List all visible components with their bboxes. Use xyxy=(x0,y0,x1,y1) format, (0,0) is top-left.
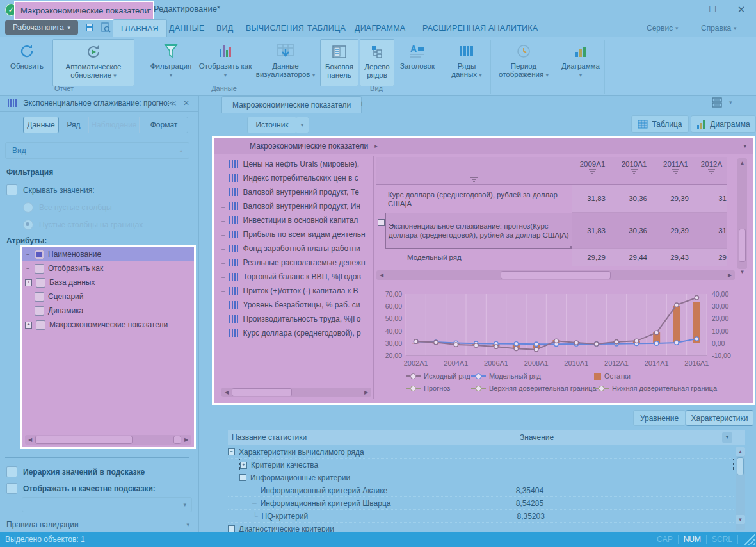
attribute-checkbox[interactable] xyxy=(36,320,45,330)
attribute-item[interactable]: – Наименование xyxy=(22,247,194,261)
attributes-hscrollbar[interactable]: ◀ ▶ xyxy=(25,435,191,445)
tooltip-checkbox[interactable] xyxy=(6,483,17,494)
series-list-item[interactable]: –Приток (+)/отток (-) капитала к В xyxy=(221,284,371,298)
minimize-icon[interactable]: — xyxy=(671,3,690,17)
close-icon[interactable]: ✕ xyxy=(732,3,751,17)
attribute-checkbox[interactable] xyxy=(36,278,45,288)
workbook-button[interactable]: Рабочая книга▾ xyxy=(5,20,78,35)
grid-vscrollbar[interactable]: ▲ ▼ xyxy=(737,158,747,269)
grid-value-cell[interactable]: 30,36 xyxy=(613,185,655,213)
filter-icon[interactable] xyxy=(631,169,638,174)
expand-plus-icon[interactable]: + xyxy=(240,462,247,469)
chart-ribbon-button[interactable]: Диаграмма▾ xyxy=(559,39,602,85)
scroll-right-icon[interactable]: ▶ xyxy=(361,388,371,397)
attribute-checkbox[interactable] xyxy=(35,306,44,316)
attribute-checkbox[interactable] xyxy=(35,292,44,302)
series-list-item[interactable]: –Индекс потребительских цен в с xyxy=(221,171,371,185)
collapse-panel-icon[interactable]: ≪ xyxy=(169,99,183,108)
doc-tab[interactable]: Макроэкономические показатели xyxy=(221,96,362,113)
grid-value-cell[interactable]: 31 xyxy=(696,185,727,213)
collapse-minus-icon[interactable]: − xyxy=(378,217,384,224)
stats-row focused[interactable]: +Критерии качества xyxy=(239,459,734,471)
grid-value-cell[interactable]: 29,44 xyxy=(613,249,655,266)
grid-col-header[interactable]: 2009A1 xyxy=(572,157,613,185)
attribute-checkbox[interactable] xyxy=(35,250,44,259)
expand-plus-icon[interactable]: + xyxy=(25,279,32,286)
close-panel-icon[interactable]: ✕ xyxy=(183,99,198,108)
nav-tab-diagramma[interactable]: ДИАГРАММА xyxy=(347,19,413,37)
grid-col-header[interactable]: 2011A1 xyxy=(655,157,696,185)
attribute-item[interactable]: – Отобразить как xyxy=(22,261,194,275)
tab-format[interactable]: Формат xyxy=(140,117,188,133)
series-list-item[interactable]: –Реальные располагаемые денежн xyxy=(221,256,371,270)
scroll-left-icon[interactable]: ◀ xyxy=(376,270,387,280)
series-list-hscrollbar[interactable]: ◀ ▶ xyxy=(221,388,371,397)
maximize-icon[interactable]: ☐ xyxy=(703,3,722,17)
scrollbar-thumb[interactable] xyxy=(737,457,744,475)
nav-tab-rasshirennaya-analitika[interactable]: РАСШИРЕННАЯ АНАЛИТИКА xyxy=(415,19,545,37)
series-list-item[interactable]: –Валовой внутренний продукт, Те xyxy=(221,185,371,199)
legend-item[interactable]: Остатки xyxy=(594,372,752,380)
series-list-item[interactable]: –Валовой внутренний продукт, Ин xyxy=(221,199,371,213)
grid-value-cell[interactable]: 30,36 xyxy=(613,213,655,249)
legend-item[interactable]: Прогноз xyxy=(406,384,471,392)
source-button[interactable]: Источник xyxy=(247,117,297,133)
stats-vscrollbar[interactable]: ▲ ▼ xyxy=(736,447,745,530)
stats-row[interactable]: –Информационный критерий Акаике8,35404 xyxy=(228,484,734,497)
hierarchy-checkbox[interactable] xyxy=(6,466,17,477)
grid-row-name[interactable]: Курс доллара (среднегодовой), рублей за … xyxy=(388,185,572,213)
display-as-button[interactable]: Отобразить как ▾ xyxy=(198,39,252,85)
service-menu[interactable]: Сервис▾ xyxy=(647,19,679,37)
grid-row-name selected[interactable]: Экспоненциальное сглаживание: прогноз(Ку… xyxy=(385,213,572,249)
collapse-minus-icon[interactable]: − xyxy=(228,448,235,455)
series-list-item[interactable]: –Курс доллара (среднегодовой), р xyxy=(221,326,371,340)
collapse-minus-icon[interactable]: − xyxy=(239,474,246,481)
scrollbar-thumb[interactable] xyxy=(232,388,292,396)
filtering-button[interactable]: Фильтрация▾ xyxy=(146,39,196,85)
save-icon[interactable] xyxy=(82,20,97,35)
grid-row-name[interactable]: Модельный ряд xyxy=(407,249,572,266)
scrollbar-thumb[interactable] xyxy=(35,436,133,444)
expand-plus-icon[interactable]: + xyxy=(25,322,32,329)
attribute-item[interactable]: – Сценарий xyxy=(22,290,194,304)
filter-icon[interactable] xyxy=(589,169,596,174)
chevron-down-icon[interactable]: ▾ xyxy=(743,143,746,149)
scroll-left-icon[interactable]: ◀ xyxy=(221,388,232,397)
nav-tab-vid[interactable]: ВИД xyxy=(209,19,241,37)
series-list-item[interactable]: –Уровень безработицы, % раб. си xyxy=(221,298,371,312)
attribute-item[interactable]: + База данных xyxy=(22,275,194,290)
data-series-button[interactable]: Ряды данных ▾ xyxy=(446,39,488,85)
series-list-item[interactable]: –Прибыль по всем видам деятельн xyxy=(221,227,371,241)
filter-icon[interactable] xyxy=(672,169,679,174)
scroll-up-icon[interactable]: ▲ xyxy=(737,158,747,167)
legend-item[interactable]: Верхняя доверительная граница xyxy=(471,384,594,392)
stats-row[interactable]: └HQ-критерий8,35203 xyxy=(228,510,734,523)
table-view-button[interactable]: Таблица xyxy=(631,115,689,133)
auto-refresh-button[interactable]: Автоматическое обновление ▾ xyxy=(52,39,134,86)
scroll-up-icon[interactable]: ▲ xyxy=(736,447,745,456)
grid-value-cell[interactable]: 29,43 xyxy=(655,249,696,266)
grid-value-cell[interactable]: 29,39 xyxy=(655,213,696,249)
report-header[interactable]: Макроэкономические показатели ▸ ▾ xyxy=(214,138,753,154)
grid-value-cell[interactable]: 31 xyxy=(696,213,727,249)
legend-item[interactable]: Нижняя доверительная граница xyxy=(594,384,752,392)
scroll-down-icon[interactable]: ▼ xyxy=(736,515,745,524)
side-panel-button[interactable]: Боковая панель xyxy=(320,39,358,86)
attribute-item[interactable]: – Динамика xyxy=(22,304,194,318)
grid-value-cell[interactable]: 31,83 xyxy=(572,185,613,213)
source-dropdown[interactable]: ▾ xyxy=(296,117,309,133)
tooltip-combobox[interactable]: ▾ xyxy=(22,497,192,512)
grid-value-cell[interactable]: 29 xyxy=(696,249,727,266)
tab-dannye[interactable]: Данные xyxy=(23,117,59,133)
grid-hscrollbar[interactable]: ◀ ▶ xyxy=(376,270,735,280)
characteristics-button[interactable]: Характеристики xyxy=(686,410,753,426)
scrollbar-splitter[interactable] xyxy=(173,436,181,444)
series-tree-button[interactable]: Дерево рядов xyxy=(360,39,394,86)
scroll-down-icon[interactable]: ▼ xyxy=(737,267,747,276)
refresh-button[interactable]: Обновить xyxy=(6,39,47,85)
series-list-item[interactable]: –Торговый баланс к ВВП, %|Годов xyxy=(221,270,371,284)
scrollbar-thumb[interactable] xyxy=(739,229,746,262)
resize-grip[interactable] xyxy=(743,534,755,545)
add-tab-button[interactable]: + xyxy=(359,99,364,109)
scrollbar-thumb[interactable] xyxy=(501,271,611,279)
